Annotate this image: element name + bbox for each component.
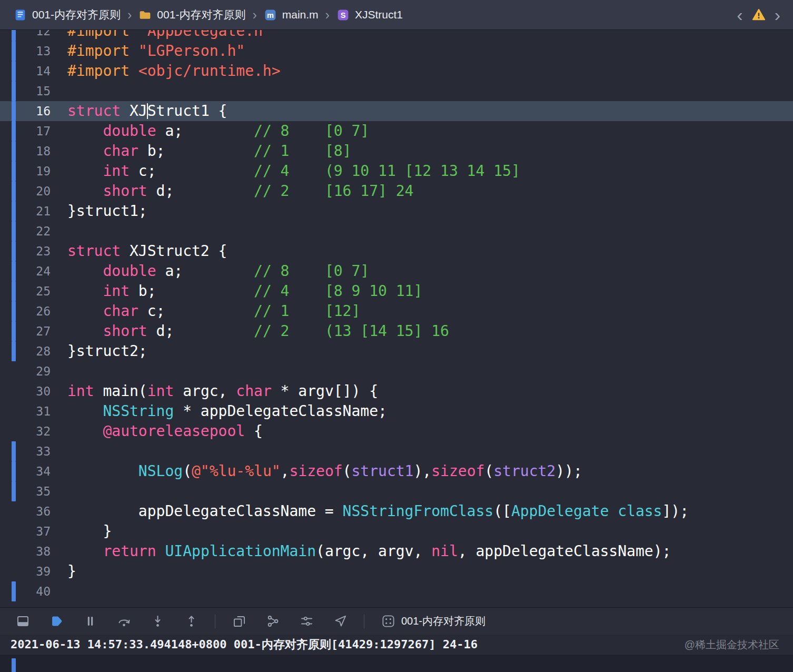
folder-icon [138, 8, 152, 22]
line-number[interactable]: 16 [16, 101, 51, 121]
line-number[interactable]: 32 [16, 421, 51, 441]
breakpoints-toggle-icon[interactable] [49, 614, 64, 628]
step-into-icon[interactable] [151, 614, 165, 628]
change-marker [12, 101, 16, 121]
code-line[interactable]: 40 [0, 581, 793, 601]
code-line[interactable]: 16struct XJStruct1 { [0, 101, 793, 121]
line-number[interactable]: 34 [16, 461, 51, 481]
line-number[interactable]: 37 [16, 521, 51, 541]
change-marker [12, 201, 16, 221]
line-number[interactable]: 38 [16, 541, 51, 561]
code-line[interactable]: 22 [0, 221, 793, 241]
code-line[interactable]: 26 char c; // 1 [12] [0, 301, 793, 321]
line-number[interactable]: 20 [16, 181, 51, 201]
code-text: @autoreleasepool { [67, 421, 263, 441]
code-line[interactable]: 23struct XJStruct2 { [0, 241, 793, 261]
breadcrumb-item-group[interactable]: 001-内存对齐原则 [138, 7, 245, 22]
code-line[interactable]: 27 short d; // 2 (13 [14 15] 16 [0, 321, 793, 341]
line-number[interactable]: 13 [16, 41, 51, 61]
code-line[interactable]: 29 [0, 361, 793, 381]
line-number[interactable]: 19 [16, 161, 51, 181]
code-line[interactable]: 15 [0, 81, 793, 101]
line-number[interactable]: 39 [16, 561, 51, 581]
code-text: struct XJStruct2 { [67, 241, 227, 261]
change-marker [12, 541, 16, 561]
step-out-icon[interactable] [184, 614, 199, 628]
code-line[interactable]: 35 [0, 481, 793, 501]
pause-icon[interactable] [83, 614, 97, 628]
code-line[interactable]: 36 appDelegateClassName = NSStringFromCl… [0, 501, 793, 521]
project-file-icon [14, 8, 27, 22]
running-app-chip[interactable]: 001-内存对齐原则 [381, 614, 485, 628]
warning-triangle-icon[interactable] [752, 8, 766, 22]
line-number[interactable]: 36 [16, 501, 51, 521]
line-number[interactable]: 30 [16, 381, 51, 401]
code-line[interactable]: 17 double a; // 8 [0 7] [0, 121, 793, 141]
code-line[interactable]: 37 } [0, 521, 793, 541]
change-marker [12, 481, 16, 501]
line-number[interactable]: 25 [16, 281, 51, 301]
code-line[interactable]: 31 NSString * appDelegateClassName; [0, 401, 793, 421]
hide-debug-area-icon[interactable] [16, 614, 30, 628]
change-marker [12, 461, 16, 481]
line-number[interactable]: 14 [16, 61, 51, 81]
code-line[interactable]: 21}struct1; [0, 201, 793, 221]
code-line[interactable]: 14#import <objc/runtime.h> [0, 61, 793, 81]
line-number[interactable]: 15 [16, 81, 51, 101]
code-text: } [67, 561, 76, 581]
line-number[interactable]: 26 [16, 301, 51, 321]
change-marker [12, 30, 16, 41]
change-marker [12, 421, 16, 441]
simulate-location-icon[interactable] [333, 614, 348, 628]
change-marker [12, 281, 16, 301]
line-number[interactable]: 21 [16, 201, 51, 221]
change-marker [12, 241, 16, 261]
line-number[interactable]: 33 [16, 441, 51, 461]
line-number[interactable]: 35 [16, 481, 51, 501]
change-marker [12, 261, 16, 281]
breadcrumb-item-project[interactable]: 001-内存对齐原则 [14, 7, 121, 22]
line-number[interactable]: 40 [16, 581, 51, 601]
code-line[interactable]: 32 @autoreleasepool { [0, 421, 793, 441]
code-line[interactable]: 34 NSLog(@"%lu-%lu",sizeof(struct1),size… [0, 461, 793, 481]
code-line[interactable]: 12#import "AppDelegate.h" [0, 30, 793, 41]
code-line[interactable]: 18 char b; // 1 [8] [0, 141, 793, 161]
line-number[interactable]: 23 [16, 241, 51, 261]
breadcrumb-item-file[interactable]: m main.m [264, 8, 319, 22]
breadcrumb-item-symbol[interactable]: S XJStruct1 [336, 8, 403, 22]
line-number[interactable]: 31 [16, 401, 51, 421]
jump-bar: 001-内存对齐原则 › 001-内存对齐原则 › m main.m › S X… [0, 0, 793, 30]
change-marker [12, 521, 16, 541]
code-line[interactable]: 39} [0, 561, 793, 581]
line-number[interactable]: 27 [16, 321, 51, 341]
debug-view-hierarchy-icon[interactable] [232, 614, 246, 628]
change-marker [12, 441, 16, 461]
code-line[interactable]: 25 int b; // 4 [8 9 10 11] [0, 281, 793, 301]
code-line[interactable]: 24 double a; // 8 [0 7] [0, 261, 793, 281]
line-number[interactable]: 24 [16, 261, 51, 281]
line-number[interactable]: 12 [16, 30, 51, 41]
line-number[interactable]: 28 [16, 341, 51, 361]
code-line[interactable]: 20 short d; // 2 [16 17] 24 [0, 181, 793, 201]
forward-icon[interactable]: › [774, 6, 781, 24]
code-line[interactable]: 38 return UIApplicationMain(argc, argv, … [0, 541, 793, 561]
line-number[interactable]: 29 [16, 361, 51, 381]
back-icon[interactable]: ‹ [736, 6, 744, 24]
line-number[interactable]: 17 [16, 121, 51, 141]
code-editor[interactable]: 12#import "AppDelegate.h"13#import "LGPe… [0, 30, 793, 607]
code-line[interactable]: 30int main(int argc, char * argv[]) { [0, 381, 793, 401]
toolbar-divider [364, 615, 364, 628]
code-line[interactable]: 33 [0, 441, 793, 461]
code-line[interactable]: 19 int c; // 4 (9 10 11 [12 13 14 15] [0, 161, 793, 181]
line-number[interactable]: 18 [16, 141, 51, 161]
debug-memory-graph-icon[interactable] [266, 614, 280, 628]
console-area[interactable]: 2021-06-13 14:57:33.494148+0800 001-内存对齐… [0, 635, 793, 655]
change-marker [12, 41, 16, 61]
step-over-icon[interactable] [117, 614, 131, 628]
code-line[interactable]: 28}struct2; [0, 341, 793, 361]
code-line[interactable]: 13#import "LGPerson.h" [0, 41, 793, 61]
chevron-separator-icon: › [127, 8, 132, 22]
line-number[interactable]: 22 [16, 221, 51, 241]
toolbar-divider [215, 615, 215, 628]
environment-overrides-icon[interactable] [300, 614, 314, 628]
